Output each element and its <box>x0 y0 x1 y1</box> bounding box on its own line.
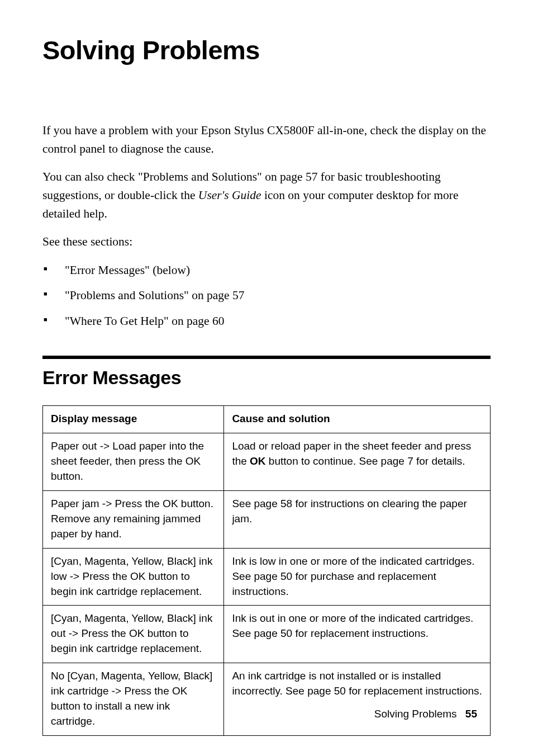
cause-solution-cell: Ink is low in one or more of the indicat… <box>224 548 491 606</box>
list-item: "Error Messages" (below) <box>42 261 491 279</box>
intro-block: If you have a problem with your Epson St… <box>42 121 491 251</box>
section-divider <box>42 356 491 359</box>
display-message-cell: Paper out -> Load paper into the sheet f… <box>43 433 224 490</box>
section-heading: Error Messages <box>42 367 491 389</box>
display-message-cell: [Cyan, Magenta, Yellow, Black] ink out -… <box>43 606 224 663</box>
display-message-cell: No [Cyan, Magenta, Yellow, Black] ink ca… <box>43 663 224 736</box>
page-title: Solving Problems <box>42 35 491 65</box>
table-row: [Cyan, Magenta, Yellow, Black] ink low -… <box>43 548 491 606</box>
column-header-display-message: Display message <box>43 405 224 433</box>
page-footer: Solving Problems 55 <box>374 708 477 720</box>
table-header-row: Display message Cause and solution <box>43 405 491 433</box>
display-message-cell: [Cyan, Magenta, Yellow, Black] ink low -… <box>43 548 224 606</box>
intro-paragraph-1: If you have a problem with your Epson St… <box>42 121 491 158</box>
cause-solution-cell: An ink cartridge is not installed or is … <box>224 663 491 736</box>
intro-paragraph-2: You can also check "Problems and Solutio… <box>42 168 491 223</box>
cause-solution-cell: Load or reload paper in the sheet feeder… <box>224 433 491 490</box>
column-header-cause-solution: Cause and solution <box>224 405 491 433</box>
display-message-cell: Paper jam -> Press the OK button. Remove… <box>43 490 224 548</box>
page-number: 55 <box>465 708 477 720</box>
cause-solution-cell: See page 58 for instructions on clearing… <box>224 490 491 548</box>
list-item: "Problems and Solutions" on page 57 <box>42 286 491 304</box>
table-row: [Cyan, Magenta, Yellow, Black] ink out -… <box>43 606 491 663</box>
ok-button-label-bold: OK <box>250 455 266 467</box>
list-item: "Where To Get Help" on page 60 <box>42 312 491 330</box>
table-row: No [Cyan, Magenta, Yellow, Black] ink ca… <box>43 663 491 736</box>
section-list: "Error Messages" (below) "Problems and S… <box>42 261 491 330</box>
error-messages-table: Display message Cause and solution Paper… <box>42 405 491 736</box>
solution-text: button to continue. See page 7 for detai… <box>266 455 465 467</box>
users-guide-emphasis: User's Guide <box>198 188 261 202</box>
cause-solution-cell: Ink is out in one or more of the indicat… <box>224 606 491 663</box>
see-sections-label: See these sections: <box>42 233 491 251</box>
footer-label: Solving Problems <box>374 708 457 720</box>
table-row: Paper jam -> Press the OK button. Remove… <box>43 490 491 548</box>
table-row: Paper out -> Load paper into the sheet f… <box>43 433 491 490</box>
